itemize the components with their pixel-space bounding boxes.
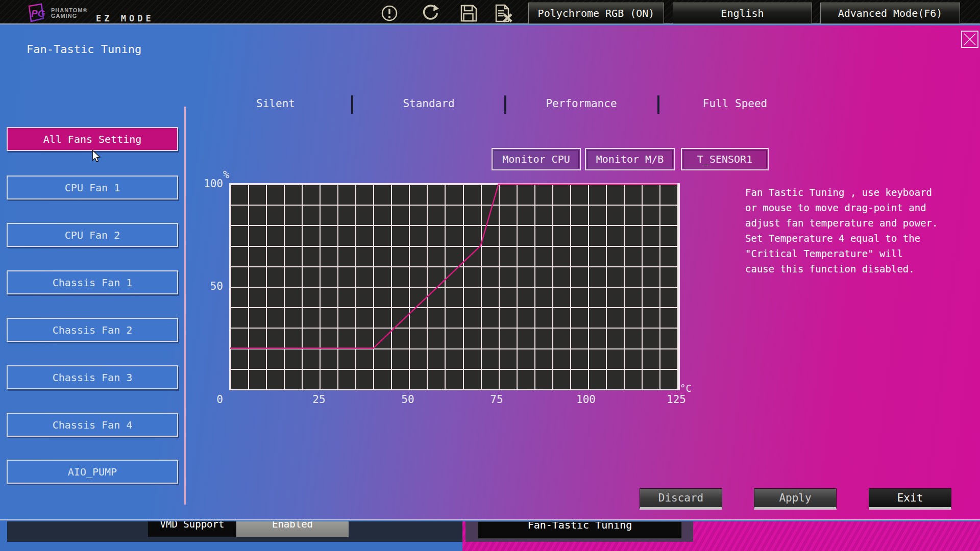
save-icon[interactable]: [458, 4, 479, 23]
tab-performance[interactable]: Performance: [543, 97, 620, 110]
x-tick-25: 25: [312, 393, 325, 406]
dialog-title: Fan-Tastic Tuning: [27, 43, 141, 56]
fan-button-chassis-fan-4[interactable]: Chassis Fan 4: [7, 413, 178, 437]
brand-name-line2: GAMING: [51, 13, 88, 19]
info-icon[interactable]: [379, 4, 400, 23]
fan-button-cpu-fan-1[interactable]: CPU Fan 1: [7, 176, 178, 199]
reload-icon[interactable]: [421, 4, 441, 23]
y-tick-50: 50: [197, 280, 223, 292]
background-tools-panel: Fan-Tastic Tuning: [465, 521, 693, 542]
fan-button-chassis-fan-1[interactable]: Chassis Fan 1: [7, 270, 178, 294]
bios-screen: PG PHANTOM® GAMING EZ MODE: [0, 0, 980, 551]
vmd-support-label: VMD Support: [148, 521, 236, 537]
language-button[interactable]: English: [673, 3, 812, 24]
mouse-cursor: [91, 150, 102, 162]
close-icon[interactable]: [961, 31, 978, 48]
x-axis-unit-label: °C: [680, 383, 692, 394]
tab-full-speed[interactable]: Full Speed: [700, 97, 770, 110]
tab-standard[interactable]: Standard: [400, 97, 457, 110]
phantom-gaming-logo-icon: PG: [23, 3, 47, 23]
brand-logo: PG PHANTOM® GAMING: [23, 3, 88, 23]
x-tick-75: 75: [490, 393, 503, 406]
fan-button-chassis-fan-3[interactable]: Chassis Fan 3: [7, 365, 178, 389]
discard-button[interactable]: Discard: [640, 488, 722, 510]
apply-button[interactable]: Apply: [754, 488, 837, 510]
fan-tastic-tuning-button[interactable]: Fan-Tastic Tuning: [478, 521, 682, 539]
polychrome-rgb-button[interactable]: Polychrome RGB (ON): [528, 3, 664, 24]
fan-button-all-fans[interactable]: All Fans Setting: [7, 127, 178, 151]
top-bar: PG PHANTOM® GAMING EZ MODE: [0, 0, 980, 24]
brand-name: PHANTOM® GAMING: [51, 8, 88, 19]
x-tick-125: 125: [667, 393, 686, 406]
vmd-support-value[interactable]: Enabled: [236, 521, 349, 537]
x-tick-50: 50: [401, 393, 414, 406]
monitor-mb-button[interactable]: Monitor M/B: [585, 148, 675, 170]
fan-button-cpu-fan-2[interactable]: CPU Fan 2: [7, 223, 178, 247]
fan-button-chassis-fan-2[interactable]: Chassis Fan 2: [7, 318, 178, 342]
discard-changes-icon[interactable]: [493, 4, 513, 23]
background-page: VMD Support Enabled Fan-Tastic Tuning: [0, 521, 980, 551]
fan-button-aio-pump[interactable]: AIO_PUMP: [7, 460, 178, 484]
tab-separator: [504, 95, 506, 114]
sidebar-divider: [184, 107, 186, 505]
exit-button[interactable]: Exit: [869, 488, 951, 510]
y-axis-unit-label: %: [223, 168, 229, 181]
monitor-cpu-button[interactable]: Monitor CPU: [492, 148, 581, 170]
tab-separator: [351, 95, 353, 114]
fan-curve-plot[interactable]: [229, 183, 680, 390]
advanced-mode-button[interactable]: Advanced Mode(F6): [820, 3, 960, 24]
fan-curve-svg: [230, 184, 677, 389]
help-text: Fan Tastic Tuning , use keyboard or mous…: [745, 185, 965, 277]
fan-tastic-dialog: Fan-Tastic Tuning Silent Standard Perfor…: [0, 26, 980, 520]
tab-separator: [657, 95, 659, 114]
x-tick-100: 100: [576, 393, 596, 406]
y-tick-100: 100: [197, 178, 223, 190]
origin-tick-0: 0: [197, 393, 223, 406]
svg-text:PG: PG: [31, 8, 45, 19]
background-settings-panel: VMD Support Enabled: [7, 521, 462, 542]
t-sensor1-button[interactable]: T_SENSOR1: [681, 148, 769, 170]
ez-mode-label: EZ MODE: [96, 13, 154, 23]
tab-silent[interactable]: Silent: [253, 97, 298, 110]
